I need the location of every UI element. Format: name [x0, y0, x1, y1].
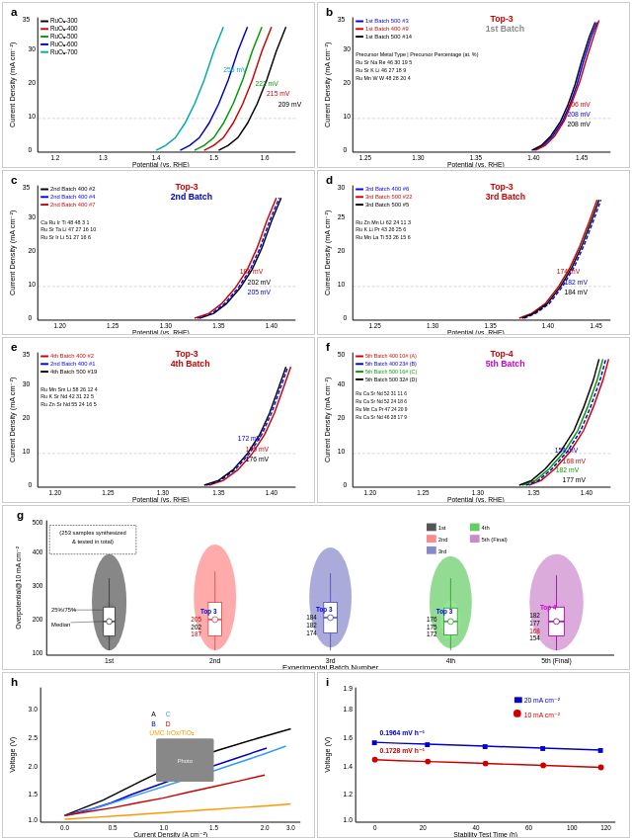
svg-text:3rd: 3rd	[438, 548, 446, 554]
svg-text:Potential (vs. RHE): Potential (vs. RHE)	[447, 328, 505, 334]
svg-rect-53	[356, 36, 363, 38]
svg-text:1st Batch: 1st Batch	[486, 24, 524, 34]
svg-rect-257	[427, 523, 436, 531]
svg-text:500: 500	[33, 519, 43, 526]
svg-rect-51	[356, 28, 363, 30]
svg-text:e: e	[11, 340, 18, 353]
svg-rect-110	[356, 188, 363, 190]
svg-text:Ru Mn La Ti  53 26 15 6: Ru Mn La Ti 53 26 15 6	[356, 234, 411, 240]
svg-text:60: 60	[525, 824, 533, 831]
svg-text:1st: 1st	[438, 525, 446, 531]
svg-text:5th Batch 500 32# (D): 5th Batch 500 32# (D)	[365, 377, 418, 382]
svg-text:1.25: 1.25	[359, 154, 372, 161]
svg-text:UMC IrOx/TiO₂: UMC IrOx/TiO₂	[149, 730, 195, 737]
svg-text:& tested in total): & tested in total)	[72, 539, 114, 545]
svg-text:1.9: 1.9	[343, 685, 353, 692]
svg-text:Current Density (mA cm⁻²): Current Density (mA cm⁻²)	[323, 42, 332, 127]
svg-text:10: 10	[29, 113, 37, 120]
svg-text:g: g	[17, 507, 24, 520]
svg-text:1st Batch 400 #9: 1st Batch 400 #9	[365, 26, 409, 32]
panel-a-yaxis: Current Density (mA cm⁻²)	[8, 42, 17, 127]
svg-rect-144	[40, 371, 48, 373]
svg-text:20 mA cm⁻²: 20 mA cm⁻²	[524, 698, 561, 705]
svg-text:400: 400	[33, 548, 43, 555]
svg-text:0: 0	[29, 146, 33, 153]
svg-text:1.20: 1.20	[53, 321, 66, 328]
svg-text:5th (Final): 5th (Final)	[482, 537, 508, 543]
svg-text:Ru Ca Sr Nd  52 31 11 6: Ru Ca Sr Nd 52 31 11 6	[356, 392, 407, 397]
svg-point-225	[328, 615, 334, 621]
svg-text:168 mV: 168 mV	[563, 458, 587, 464]
panel-i: i Voltage (V) 1.0 1.2 1.4 1.6 1.8 1.9 0 …	[317, 672, 630, 838]
svg-text:1.0: 1.0	[343, 816, 353, 823]
svg-text:256 mV: 256 mV	[223, 66, 247, 73]
svg-text:1.30: 1.30	[412, 154, 425, 161]
svg-rect-49	[356, 21, 363, 23]
svg-text:2nd: 2nd	[209, 657, 221, 664]
svg-rect-112	[356, 196, 363, 198]
svg-text:20: 20	[338, 414, 346, 421]
svg-text:205: 205	[191, 616, 201, 623]
svg-text:Top-3: Top-3	[176, 182, 198, 192]
chart-d: d Top-3 3rd Batch Current Density (mA cm…	[318, 171, 629, 335]
svg-text:b: b	[326, 5, 333, 18]
svg-text:Ru K  Sr  Nd  42 31 22 5: Ru K Sr Nd 42 31 22 5	[40, 394, 94, 400]
svg-text:1.3: 1.3	[99, 154, 108, 161]
svg-text:Current Density (mA cm⁻²): Current Density (mA cm⁻²)	[323, 378, 332, 462]
svg-text:0: 0	[29, 314, 33, 321]
svg-text:(253 samples synthesized: (253 samples synthesized	[59, 530, 125, 536]
svg-text:10: 10	[29, 280, 37, 287]
svg-rect-311	[598, 748, 603, 753]
svg-text:Ru Mn W  W   48 28 20 4: Ru Mn W W 48 28 20 4	[356, 75, 411, 81]
svg-text:1st Batch 500 #14: 1st Batch 500 #14	[365, 34, 413, 40]
svg-text:184 mV: 184 mV	[565, 288, 589, 294]
svg-text:2.5: 2.5	[28, 735, 38, 742]
svg-text:100: 100	[567, 824, 578, 831]
svg-text:20: 20	[420, 824, 428, 831]
svg-rect-319	[514, 698, 522, 704]
svg-rect-259	[470, 523, 480, 531]
svg-text:177 mV: 177 mV	[563, 476, 587, 483]
svg-text:0.5: 0.5	[109, 824, 118, 831]
svg-rect-175	[356, 371, 363, 373]
svg-text:Top 3: Top 3	[200, 608, 217, 616]
svg-text:Ru Mn Ca Pr  47 24 20 9: Ru Mn Ca Pr 47 24 20 9	[356, 407, 408, 412]
panel-e: e Top-3 4th Batch Current Density (mA cm…	[2, 337, 315, 503]
svg-text:35: 35	[338, 16, 346, 23]
svg-text:1.45: 1.45	[576, 154, 589, 161]
svg-rect-173	[356, 364, 363, 366]
svg-text:200: 200	[33, 616, 43, 623]
svg-text:3.0: 3.0	[286, 824, 295, 831]
svg-text:1.40: 1.40	[527, 154, 540, 161]
panel-h: h Voltage (V) 1.0 1.5 2.0 2.5 3.0 0.0 0.…	[2, 672, 315, 838]
svg-point-314	[483, 761, 489, 767]
svg-text:Potential (vs. RHE): Potential (vs. RHE)	[132, 161, 190, 167]
panel-g: g Overpotential@10 mA cm⁻² 100 200 300 4…	[2, 505, 630, 671]
svg-text:2nd Batch 400 #2: 2nd Batch 400 #2	[50, 186, 96, 192]
svg-text:RuO₂-500: RuO₂-500	[50, 33, 78, 40]
panel-d: d Top-3 3rd Batch Current Density (mA cm…	[317, 170, 630, 336]
svg-text:25%/75%: 25%/75%	[51, 607, 76, 613]
svg-text:120: 120	[600, 824, 611, 831]
svg-point-316	[598, 765, 604, 771]
svg-text:Current Density (mA cm⁻²): Current Density (mA cm⁻²)	[8, 378, 17, 462]
chart-i: i Voltage (V) 1.0 1.2 1.4 1.6 1.8 1.9 0 …	[318, 673, 629, 837]
svg-text:Ca Ru Ir Ti   48 48 3  1: Ca Ru Ir Ti 48 48 3 1	[40, 218, 89, 224]
svg-text:175: 175	[427, 623, 437, 630]
svg-text:2nd Batch 400 #7: 2nd Batch 400 #7	[50, 202, 96, 208]
svg-text:Ru Sr Na Re   46 30 19 5: Ru Sr Na Re 46 30 19 5	[356, 59, 412, 65]
svg-text:B: B	[151, 720, 156, 727]
svg-text:2nd: 2nd	[438, 537, 448, 543]
svg-text:30: 30	[29, 45, 37, 52]
svg-text:182: 182	[529, 612, 540, 619]
svg-text:300: 300	[33, 582, 43, 589]
svg-text:Top-4: Top-4	[491, 350, 514, 360]
svg-text:20: 20	[344, 79, 352, 86]
svg-text:1.5: 1.5	[28, 791, 38, 798]
svg-text:5th Batch 500 16# (C): 5th Batch 500 16# (C)	[365, 369, 418, 375]
svg-text:4th: 4th	[446, 657, 456, 664]
svg-text:208 mV: 208 mV	[567, 111, 591, 118]
svg-text:4th Batch 400 #2: 4th Batch 400 #2	[50, 354, 94, 360]
svg-text:0: 0	[28, 481, 32, 488]
svg-text:1.35: 1.35	[212, 489, 225, 496]
